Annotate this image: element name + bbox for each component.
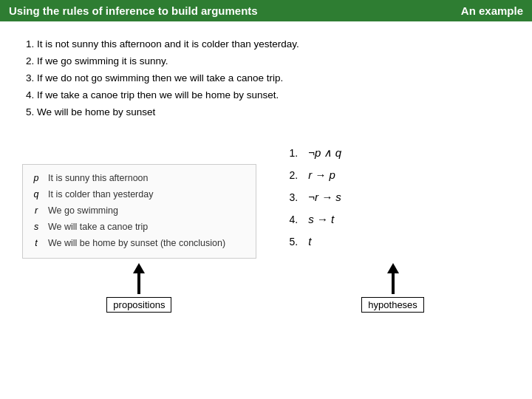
- proposition-row: qIt is colder than yesterday: [32, 187, 247, 203]
- prop-description: It is sunny this afternoon: [48, 171, 149, 187]
- hyp-expression: ¬r → s: [308, 186, 341, 208]
- hyp-number: 3.: [284, 187, 298, 208]
- slide-title: Using the rules of inference to build ar…: [9, 4, 258, 17]
- list-item: If we go swimming it is sunny.: [37, 53, 510, 70]
- proposition-row: sWe will take a canoe trip: [32, 219, 247, 236]
- prop-description: We go swimming: [48, 203, 118, 219]
- slide-subtitle: An example: [461, 4, 523, 17]
- prop-variable: r: [32, 203, 41, 219]
- hyp-number: 5.: [284, 231, 298, 252]
- list-item: If we take a canoe trip then we will be …: [37, 87, 510, 104]
- prop-variable: t: [32, 236, 41, 252]
- hyp-number: 1.: [284, 143, 298, 163]
- arrow-up-icon-right: [387, 263, 399, 273]
- hypotheses-label: hypotheses: [361, 297, 424, 313]
- proposition-row: rWe go swimming: [32, 203, 247, 219]
- proposition-row: tWe will be home by sunset (the conclusi…: [32, 236, 247, 252]
- header-bar: Using the rules of inference to build ar…: [0, 0, 532, 21]
- propositions-arrow-container: propositions: [22, 263, 256, 313]
- hypotheses-arrow-container: hypotheses: [276, 263, 510, 313]
- propositions-table: pIt is sunny this afternoonqIt is colder…: [22, 164, 256, 258]
- prop-description: We will take a canoe trip: [48, 219, 148, 236]
- hypothesis-row: 1.¬p ∧ q: [284, 142, 501, 164]
- two-column-section: pIt is sunny this afternoonqIt is colder…: [22, 136, 510, 313]
- list-item: It is not sunny this afternoon and it is…: [37, 36, 510, 53]
- prop-variable: p: [32, 171, 41, 187]
- propositions-label: propositions: [106, 297, 171, 313]
- prop-description: It is colder than yesterday: [48, 187, 153, 203]
- hyp-number: 4.: [284, 209, 298, 230]
- prop-variable: q: [32, 187, 41, 203]
- hypothesis-row: 5.t: [284, 231, 501, 253]
- hypothesis-row: 4.s → t: [284, 208, 501, 231]
- list-item: We will be home by sunset: [37, 104, 510, 121]
- arrow-up-icon: [133, 263, 145, 273]
- proposition-row: pIt is sunny this afternoon: [32, 171, 247, 187]
- arrow-shaft-right: [392, 273, 395, 294]
- hyp-expression: t: [308, 231, 311, 253]
- arrow-shaft: [137, 273, 140, 294]
- premise-list: It is not sunny this afternoon and it is…: [22, 36, 510, 121]
- main-content: It is not sunny this afternoon and it is…: [0, 21, 532, 327]
- hypothesis-row: 2.r → p: [284, 164, 501, 186]
- prop-description: We will be home by sunset (the conclusio…: [48, 236, 225, 252]
- hyp-expression: r → p: [308, 164, 335, 186]
- hyp-expression: s → t: [308, 208, 334, 231]
- hypotheses-column: 1.¬p ∧ q2.r → p3.¬r → s4.s → t5.t hypoth…: [276, 136, 510, 313]
- prop-variable: s: [32, 219, 41, 236]
- hyp-expression: ¬p ∧ q: [308, 142, 341, 164]
- hypotheses-list: 1.¬p ∧ q2.r → p3.¬r → s4.s → t5.t: [276, 136, 510, 259]
- list-item: If we do not go swimming then we will ta…: [37, 70, 510, 87]
- propositions-column: pIt is sunny this afternoonqIt is colder…: [22, 164, 256, 312]
- hypothesis-row: 3.¬r → s: [284, 186, 501, 208]
- hyp-number: 2.: [284, 165, 298, 185]
